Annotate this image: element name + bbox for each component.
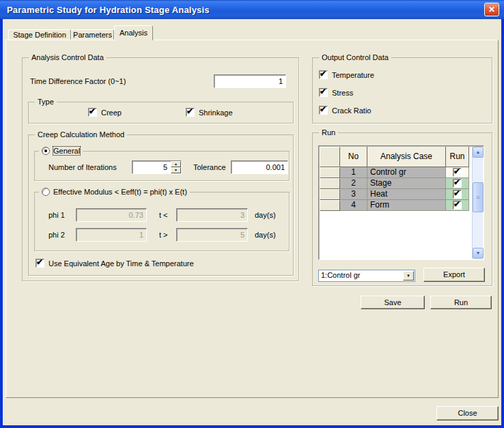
check-icon: ✔ xyxy=(89,106,96,116)
equivalent-age-checkbox-label: Use Equivalent Age by Time & Temperature xyxy=(48,259,194,268)
group-effective-modulus: Effective Modulus < Eeff(t) = phi(t) x E… xyxy=(34,192,290,251)
run-checkbox[interactable]: ✔ xyxy=(453,179,462,188)
shrinkage-checkbox-label: Shrinkage xyxy=(199,109,233,117)
grip-icon: ≡ xyxy=(473,193,483,201)
table-corner-cell[interactable] xyxy=(320,147,340,167)
phi1-input xyxy=(76,208,147,222)
col-header-analysis-case[interactable]: Analysis Case xyxy=(367,147,446,167)
col-header-no[interactable]: No xyxy=(340,147,367,167)
check-icon: ✔ xyxy=(453,189,460,198)
cell-run[interactable]: ✔ xyxy=(446,178,469,189)
check-icon: ✔ xyxy=(453,178,460,187)
effective-modulus-radio-label: Effective Modulus < Eeff(t) = phi(t) x E… xyxy=(53,188,187,196)
iterations-spinner: ▲ ▼ xyxy=(132,160,182,174)
scroll-down-icon[interactable]: ▼ xyxy=(473,248,484,259)
creep-checkbox-label: Creep xyxy=(101,109,122,117)
group-creep-calculation-method: Creep Calculation Method General Number … xyxy=(28,134,294,276)
dropdown-value: 1:Control gr xyxy=(321,271,360,279)
scroll-up-icon[interactable]: ▲ xyxy=(473,147,484,158)
cell-no[interactable]: 4 xyxy=(340,200,367,211)
check-icon: ✔ xyxy=(453,200,460,209)
table-scrollbar[interactable]: ▲ ≡ ▼ xyxy=(472,147,483,259)
group-general: General Number of Iterations ▲ ▼ Toleran… xyxy=(34,151,290,181)
general-radio-label: General xyxy=(53,147,80,155)
group-output-control-data: Output Control Data ✔ Temperature ✔ Stre… xyxy=(312,57,492,124)
t-greater-input xyxy=(176,228,248,242)
spinner-up-icon[interactable]: ▲ xyxy=(171,161,181,167)
temperature-checkbox-label: Temperature xyxy=(332,71,374,79)
check-icon: ✔ xyxy=(320,87,326,96)
run-checkbox[interactable]: ✔ xyxy=(453,201,462,210)
time-difference-factor-input[interactable] xyxy=(214,74,286,88)
phi2-label: phi 2 xyxy=(48,231,65,239)
group-type: Type ✔ Creep ✔ Shrinkage xyxy=(28,102,294,124)
chevron-down-icon[interactable]: ▼ xyxy=(403,271,414,281)
tolerance-input[interactable] xyxy=(231,160,288,174)
spinner-down-icon[interactable]: ▼ xyxy=(171,167,181,173)
general-radio-row: General xyxy=(39,147,83,155)
group-type-label: Type xyxy=(35,98,57,106)
cell-analysis-case[interactable]: Heat xyxy=(367,189,446,200)
close-button[interactable]: Close xyxy=(436,406,499,420)
analysis-case-table: No Analysis Case Run 1 Control gr ✔ 2 St… xyxy=(318,145,484,260)
cell-analysis-case[interactable]: Stage xyxy=(367,178,446,189)
cell-no[interactable]: 3 xyxy=(340,189,367,200)
window-title: Parametric Study for Hydration Stage Ana… xyxy=(0,5,210,15)
time-difference-factor-label: Time Difference Factor (0~1) xyxy=(30,77,126,85)
cell-run[interactable]: ✔ xyxy=(446,200,469,211)
group-output-control-data-label: Output Control Data xyxy=(319,53,391,61)
run-checkbox[interactable]: ✔ xyxy=(453,190,462,199)
close-icon[interactable]: ✕ xyxy=(484,3,499,16)
col-header-run[interactable]: Run xyxy=(446,147,469,167)
tab-analysis[interactable]: Analysis xyxy=(114,25,153,40)
run-button[interactable]: Run xyxy=(430,296,492,309)
t-less-input xyxy=(176,208,248,222)
check-icon: ✔ xyxy=(186,106,193,116)
tab-page-analysis: Analysis Control Data Time Difference Fa… xyxy=(5,40,499,398)
scrollbar-thumb[interactable]: ≡ xyxy=(473,182,484,212)
temperature-checkbox[interactable]: ✔ xyxy=(319,70,328,79)
title-bar[interactable]: Parametric Study for Hydration Stage Ana… xyxy=(0,0,504,19)
group-analysis-control-data-label: Analysis Control Data xyxy=(29,53,107,61)
t-less-label: t < xyxy=(159,211,168,219)
row-selector[interactable] xyxy=(320,167,340,178)
crack-ratio-checkbox[interactable]: ✔ xyxy=(319,106,328,115)
analysis-case-dropdown[interactable]: 1:Control gr ▼ xyxy=(318,270,415,282)
group-run: Run No Analysis Case Run 1 Control gr ✔ xyxy=(312,132,492,286)
shrinkage-checkbox[interactable]: ✔ xyxy=(186,108,195,117)
cell-no[interactable]: 1 xyxy=(340,167,367,178)
general-radio[interactable] xyxy=(42,147,50,155)
cell-analysis-case[interactable]: Control gr xyxy=(367,167,446,178)
cell-analysis-case[interactable]: Form xyxy=(367,200,446,211)
effective-modulus-radio[interactable] xyxy=(42,188,50,196)
export-button[interactable]: Export xyxy=(423,268,485,282)
number-of-iterations-label: Number of Iterations xyxy=(48,163,117,171)
phi1-label: phi 1 xyxy=(48,211,65,219)
tab-parameters[interactable]: Parameters xyxy=(71,29,114,40)
stress-checkbox[interactable]: ✔ xyxy=(319,88,328,97)
group-creep-calculation-method-label: Creep Calculation Method xyxy=(35,130,127,139)
row-selector[interactable] xyxy=(320,200,340,211)
dialog-body: Stage Definition Parameters Analysis Ana… xyxy=(3,19,501,425)
equivalent-age-checkbox[interactable]: ✔ xyxy=(36,259,44,268)
tolerance-label: Tolerance xyxy=(193,163,226,171)
cell-run[interactable]: ✔ xyxy=(446,189,469,200)
save-button[interactable]: Save xyxy=(361,296,425,309)
row-selector[interactable] xyxy=(320,189,340,200)
cell-no[interactable]: 2 xyxy=(340,178,367,189)
check-icon: ✔ xyxy=(453,167,460,176)
radio-dot-icon xyxy=(44,149,47,152)
dialog-window: Parametric Study for Hydration Stage Ana… xyxy=(0,0,504,428)
day-unit2-label: day(s) xyxy=(255,231,276,239)
stress-checkbox-label: Stress xyxy=(332,89,353,97)
creep-checkbox[interactable]: ✔ xyxy=(88,108,97,117)
crack-ratio-checkbox-label: Crack Ratio xyxy=(332,106,371,115)
row-selector[interactable] xyxy=(320,178,340,189)
group-analysis-control-data: Analysis Control Data Time Difference Fa… xyxy=(22,57,299,281)
day-unit1-label: day(s) xyxy=(255,211,276,219)
run-checkbox[interactable]: ✔ xyxy=(453,168,462,177)
check-icon: ✔ xyxy=(320,69,326,79)
check-icon: ✔ xyxy=(36,257,43,267)
tab-stage-definition[interactable]: Stage Definition xyxy=(8,29,71,40)
cell-run[interactable]: ✔ xyxy=(446,167,469,178)
